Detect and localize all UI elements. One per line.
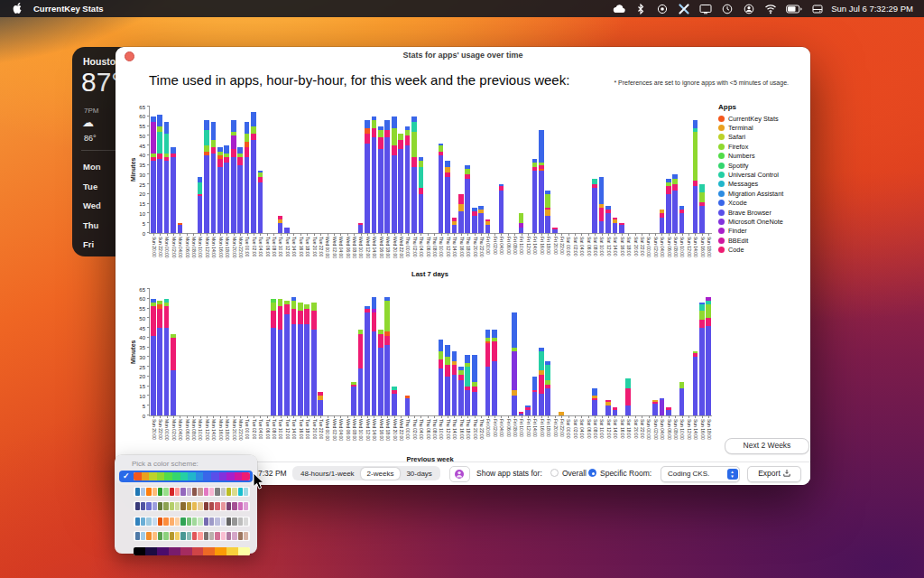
x-axis-tick-mark	[340, 233, 341, 236]
bluetooth-icon[interactable]	[634, 4, 647, 14]
y-axis-tick-mark	[147, 135, 150, 135]
menubar-clock[interactable]: Sun Jul 6 7:32:29 PM	[831, 4, 913, 14]
xtool-icon[interactable]	[678, 4, 690, 14]
bar-segment	[171, 157, 176, 233]
bar-segment	[699, 192, 705, 202]
x-axis-tick-mark	[167, 233, 168, 236]
chart-last-7-days: 05101520253035404550556065Sun 20:00Sun 2…	[149, 107, 712, 234]
menubar-app-name[interactable]: CurrentKey Stats	[33, 4, 104, 14]
bar-segment	[613, 407, 618, 409]
legend-item: Safari	[718, 133, 808, 142]
x-axis-tick-label: Sat 22:00	[639, 419, 644, 438]
bar-segment	[378, 334, 383, 348]
bar-segment	[613, 219, 618, 223]
x-axis-tick-mark	[614, 233, 615, 236]
bar-segment	[472, 208, 477, 211]
color-scheme-option[interactable]	[119, 545, 253, 557]
stats-window: Stats for apps' usage over time Time use…	[116, 47, 810, 485]
color-scheme-option[interactable]: ✓	[119, 471, 253, 482]
color-swatch	[204, 502, 208, 510]
x-axis-tick-label: Fri 18:00	[545, 419, 550, 437]
range-30-days[interactable]: 30-days	[400, 468, 438, 480]
room-select-dropdown[interactable]: Coding CKS. ▲▼	[661, 466, 740, 482]
radio-specific-room[interactable]	[588, 469, 596, 477]
bar-segment	[519, 223, 524, 227]
x-axis-tick-label: Tue 00:00	[245, 237, 250, 256]
color-swatch	[135, 517, 140, 526]
display-icon[interactable]	[699, 4, 712, 14]
bar-segment	[452, 365, 457, 375]
wifi-icon[interactable]	[764, 4, 777, 14]
apple-menu-icon[interactable]	[13, 3, 23, 14]
x-axis-tick-mark	[381, 233, 382, 236]
x-axis-tick-label: Sat 22:00	[639, 237, 644, 256]
color-strip	[134, 531, 250, 541]
x-axis-tick-mark	[702, 415, 703, 418]
color-strip	[134, 501, 250, 511]
bar-segment	[311, 311, 317, 331]
drive-icon[interactable]	[811, 4, 824, 14]
x-axis-tick-label: Mon 16:00	[217, 419, 223, 441]
bar-segment	[372, 312, 377, 332]
x-axis-tick-mark	[187, 233, 188, 236]
x-axis-tick-mark	[541, 415, 542, 418]
bar-segment	[539, 130, 544, 163]
user-icon[interactable]	[743, 4, 755, 14]
color-swatch	[180, 472, 189, 480]
color-swatch	[238, 488, 243, 496]
color-scheme-list: ✓	[119, 471, 253, 557]
color-swatch	[152, 532, 157, 540]
color-swatch	[157, 472, 165, 480]
range-48-hours-1-week[interactable]: 48-hours/1-week	[294, 468, 361, 480]
legend-color-dot	[718, 163, 725, 169]
bar-segment	[539, 169, 544, 171]
next-2-weeks-button[interactable]: Next 2 Weeks	[725, 438, 809, 454]
x-axis-tick-mark	[374, 233, 374, 236]
color-swatch	[215, 517, 219, 526]
radio-overall-label[interactable]: Overall	[562, 469, 587, 478]
battery-icon[interactable]	[786, 4, 802, 14]
record-icon[interactable]	[656, 4, 669, 14]
bar-segment	[625, 378, 631, 388]
bar-segment	[693, 351, 698, 353]
legend-label: Numbers	[728, 152, 755, 160]
icloud-icon[interactable]	[613, 4, 625, 14]
color-swatch	[141, 517, 145, 526]
x-axis-tick-mark	[628, 233, 629, 236]
bar-segment	[599, 221, 605, 233]
clock-icon[interactable]	[721, 4, 734, 14]
radio-specific-room-label[interactable]: Specific Room:	[600, 469, 651, 478]
x-axis-tick-mark	[661, 415, 662, 418]
color-swatch	[157, 547, 169, 555]
color-scheme-option[interactable]	[119, 530, 253, 542]
x-axis-tick-label: Sun 12:00	[686, 237, 691, 257]
y-axis-tick-label: 35	[132, 345, 145, 350]
bar-segment	[372, 137, 377, 233]
window-titlebar[interactable]: Stats for apps' usage over time	[116, 47, 810, 63]
room-avatar-button[interactable]	[449, 466, 470, 482]
color-scheme-option[interactable]	[119, 500, 253, 512]
color-swatch	[232, 488, 236, 496]
bar-segment	[164, 299, 170, 303]
color-scheme-option[interactable]	[119, 486, 253, 498]
bar-segment	[672, 174, 678, 178]
color-swatch	[198, 517, 202, 526]
color-swatch	[152, 517, 157, 526]
color-swatch	[221, 517, 226, 526]
color-scheme-option[interactable]	[119, 516, 253, 527]
range-2-weeks[interactable]: 2-weeks	[361, 468, 401, 480]
bar-segment	[384, 130, 390, 138]
bar-segment	[224, 163, 229, 233]
color-swatch	[149, 472, 157, 480]
export-button[interactable]: Export	[747, 466, 801, 482]
color-swatch	[135, 488, 140, 496]
legend-item: Migration Assistant	[718, 189, 808, 198]
x-axis-tick-mark	[187, 415, 188, 418]
bar-segment	[545, 194, 550, 208]
bar-segment	[445, 345, 450, 357]
x-axis-tick-mark	[160, 233, 161, 236]
color-swatch	[187, 488, 191, 496]
x-axis-tick-label: Wed 04:00	[337, 419, 343, 441]
bar-segment	[271, 311, 276, 328]
radio-overall[interactable]	[550, 469, 559, 477]
